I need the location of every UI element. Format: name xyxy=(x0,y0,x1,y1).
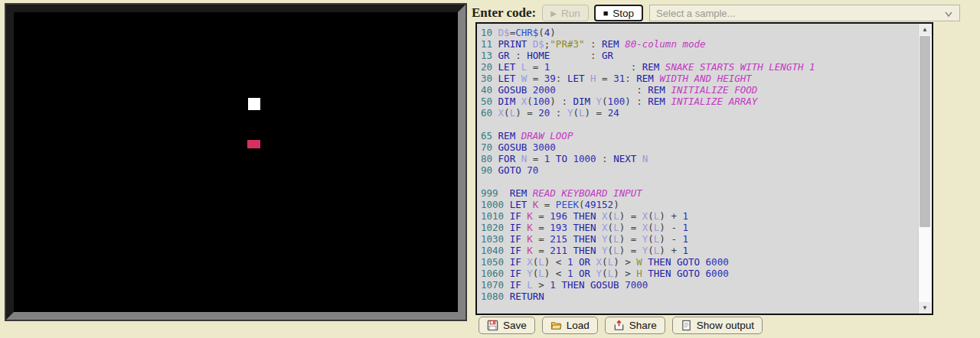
code-line: 1060 IF Y(L) < 1 OR Y(L) > H THEN GOTO 6… xyxy=(481,268,917,279)
document-icon xyxy=(681,320,692,331)
scroll-down-button[interactable]: ▼ xyxy=(919,302,931,314)
code-line xyxy=(481,176,917,187)
code-line: 10 D$=CHR$(4) xyxy=(481,27,917,38)
stop-button-label: Stop xyxy=(612,8,634,19)
code-line: 40 GOSUB 2000 : REM INITIALIZE FOOD xyxy=(481,84,917,96)
share-upload-icon xyxy=(613,320,625,331)
scroll-up-button[interactable]: ▲ xyxy=(919,24,931,35)
enter-code-label: Enter code: xyxy=(472,5,536,21)
stop-button[interactable]: ■ Stop xyxy=(594,5,643,21)
stop-icon: ■ xyxy=(603,8,609,18)
code-line: 80 FOR N = 1 TO 1000 : NEXT N xyxy=(481,153,917,164)
code-line: 30 LET W = 39: LET H = 31: REM WIDTH AND… xyxy=(481,73,917,84)
code-line: 1040 IF K = 211 THEN Y(L) = Y(L) + 1 xyxy=(481,245,917,256)
sample-select-placeholder: Select a sample... xyxy=(656,8,735,19)
share-button-label: Share xyxy=(629,320,657,331)
load-button[interactable]: Load xyxy=(542,317,598,334)
triangle-up-icon: ▲ xyxy=(922,26,928,33)
code-line: 70 GOSUB 3000 xyxy=(481,141,917,153)
code-line: 1020 IF K = 193 THEN X(L) = X(L) - 1 xyxy=(481,222,917,233)
code-line: 60 X(L) = 20 : Y(L) = 24 xyxy=(481,107,917,119)
load-button-label: Load xyxy=(567,320,590,331)
actions-bar: Save Load Share Show output xyxy=(479,317,763,334)
code-editor[interactable]: 10 D$=CHR$(4)11 PRINT D$;"PR#3" : REM 80… xyxy=(475,22,933,315)
code-line: 1050 IF X(L) < 1 OR X(L) > W THEN GOTO 6… xyxy=(481,256,917,268)
code-line: 1010 IF K = 196 THEN X(L) = X(L) + 1 xyxy=(481,210,917,222)
snake-block xyxy=(248,98,260,110)
toolbar: Enter code: ▶ Run ■ Stop Select a sample… xyxy=(472,3,977,23)
floppy-disk-icon xyxy=(487,320,498,331)
code-line: 1080 RETURN xyxy=(481,291,917,302)
play-icon: ▶ xyxy=(550,9,557,18)
code-content[interactable]: 10 D$=CHR$(4)11 PRINT D$;"PR#3" : REM 80… xyxy=(481,27,917,314)
food-block xyxy=(247,140,260,148)
code-line: 50 DIM X(100) : DIM Y(100) : REM INTIALI… xyxy=(481,96,917,107)
save-button[interactable]: Save xyxy=(479,317,535,334)
code-line: 1030 IF K = 215 THEN Y(L) = Y(L) - 1 xyxy=(481,233,917,245)
code-line: 999 REM READ KEYBOARD INPUT xyxy=(481,187,917,199)
code-line: 90 GOTO 70 xyxy=(481,164,917,176)
code-line: 20 LET L = 1 : REM SNAKE STARTS WITH LEN… xyxy=(481,61,917,73)
triangle-down-icon: ▼ xyxy=(922,304,928,311)
code-line: 11 PRINT D$;"PR#3" : REM 80-column mode xyxy=(481,38,917,50)
sample-select[interactable]: Select a sample... xyxy=(649,5,960,21)
run-button-label: Run xyxy=(561,8,580,19)
chevron-down-icon xyxy=(944,9,953,18)
show-output-button-label: Show output xyxy=(697,320,754,331)
emulator-screen[interactable] xyxy=(6,5,466,320)
code-line: 1000 LET K = PEEK(49152) xyxy=(481,199,917,210)
show-output-button[interactable]: Show output xyxy=(672,317,763,334)
save-button-label: Save xyxy=(503,320,527,331)
code-line: 65 REM DRAW LOOP xyxy=(481,130,917,141)
code-line: 13 GR : HOME : GR xyxy=(481,50,917,61)
editor-scrollbar[interactable]: ▲ ▼ xyxy=(918,24,932,314)
code-line xyxy=(481,119,917,130)
code-line xyxy=(481,302,917,314)
scrollbar-thumb[interactable] xyxy=(920,36,930,227)
folder-open-icon xyxy=(550,320,562,331)
code-line: 1070 IF L > 1 THEN GOSUB 7000 xyxy=(481,279,917,291)
share-button[interactable]: Share xyxy=(605,317,665,334)
run-button[interactable]: ▶ Run xyxy=(542,5,588,21)
